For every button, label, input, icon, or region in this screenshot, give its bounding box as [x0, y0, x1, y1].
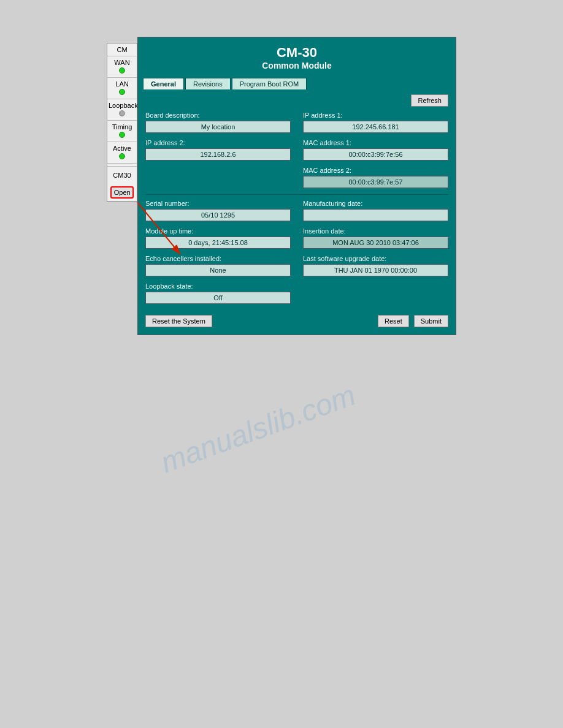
- sidebar-cm-label: CM: [117, 46, 127, 53]
- loopback-state-group: Loopback state:: [145, 282, 291, 304]
- main-panel: CM-30 Common Module General Revisions Pr…: [137, 37, 456, 335]
- last-software-upgrade-input[interactable]: [303, 264, 448, 276]
- sidebar-loopback-label: Loopback: [109, 102, 138, 109]
- insertion-date-input[interactable]: [303, 237, 448, 249]
- insertion-date-label: Insertion date:: [303, 227, 448, 235]
- reset-system-button[interactable]: Reset the System: [145, 315, 212, 327]
- mac-address-1-group: MAC address 1:: [303, 139, 448, 161]
- header: CM-30 Common Module: [138, 37, 456, 75]
- reset-button[interactable]: Reset: [378, 315, 409, 327]
- manufacturing-date-input[interactable]: [303, 209, 448, 221]
- submit-button[interactable]: Submit: [414, 315, 448, 327]
- ip-address-2-label: IP address 2:: [145, 139, 291, 146]
- board-description-group: Board description:: [145, 112, 291, 133]
- mac-address-1-label: MAC address 1:: [303, 139, 448, 146]
- sidebar-item-loopback[interactable]: Loopback: [107, 99, 137, 121]
- echo-cancellers-input[interactable]: [145, 264, 291, 276]
- last-software-upgrade-label: Last software upgrade date:: [303, 255, 448, 262]
- sidebar-item-cm[interactable]: CM: [107, 44, 137, 56]
- sidebar-item-active[interactable]: Active: [107, 142, 137, 164]
- serial-number-group: Serial number:: [145, 200, 291, 221]
- placeholder-group: [145, 167, 291, 188]
- form-row-2: IP address 2: MAC address 1:: [145, 139, 448, 161]
- echo-cancellers-group: Echo cancellers installed:: [145, 255, 291, 276]
- ip-address-2-input[interactable]: [145, 148, 291, 161]
- bottom-buttons: Reset the System Reset Submit: [145, 310, 448, 327]
- sidebar-lan-label: LAN: [115, 80, 128, 88]
- board-description-input[interactable]: [145, 121, 291, 133]
- form-row-3: MAC address 2:: [145, 167, 448, 188]
- active-status-dot: [119, 153, 125, 159]
- mac-address-1-input[interactable]: [303, 148, 448, 161]
- sidebar-item-timing[interactable]: Timing: [107, 121, 137, 142]
- module-up-time-label: Module up time:: [145, 227, 291, 235]
- form-row-4: Serial number: Manufacturing date:: [145, 200, 448, 221]
- insertion-date-group: Insertion date:: [303, 227, 448, 249]
- mac-address-2-input[interactable]: [303, 176, 448, 188]
- module-up-time-group: Module up time:: [145, 227, 291, 249]
- sidebar-wan-label: WAN: [114, 59, 129, 66]
- refresh-button[interactable]: Refresh: [411, 94, 448, 107]
- tab-bar: General Revisions Program Boot ROM: [138, 75, 456, 89]
- sidebar-timing-label: Timing: [112, 123, 132, 131]
- lan-status-dot: [119, 89, 125, 95]
- manufacturing-date-group: Manufacturing date:: [303, 200, 448, 221]
- placeholder-group-2: [303, 282, 448, 304]
- content-area: Refresh Board description: IP address 1:…: [138, 89, 456, 335]
- loopback-state-input[interactable]: [145, 292, 291, 304]
- ip-address-1-label: IP address 1:: [303, 112, 448, 119]
- module-up-time-input[interactable]: [145, 237, 291, 249]
- loopback-status-dot: [119, 110, 125, 116]
- ip-address-1-group: IP address 1:: [303, 112, 448, 133]
- tab-program-boot-rom[interactable]: Program Boot ROM: [232, 78, 307, 89]
- timing-status-dot: [119, 132, 125, 138]
- sidebar-item-lan[interactable]: LAN: [107, 78, 137, 99]
- right-buttons: Reset Submit: [378, 315, 448, 327]
- form-row-6: Echo cancellers installed: Last software…: [145, 255, 448, 276]
- sidebar-item-cm30: CM30: [107, 166, 137, 184]
- serial-number-label: Serial number:: [145, 200, 291, 207]
- sidebar-item-wan[interactable]: WAN: [107, 56, 137, 78]
- section-divider-1: [145, 194, 448, 195]
- mac-address-2-label: MAC address 2:: [303, 167, 448, 174]
- manufacturing-date-label: Manufacturing date:: [303, 200, 448, 207]
- tab-general[interactable]: General: [143, 78, 184, 89]
- page-title: CM-30: [138, 45, 456, 61]
- tab-revisions[interactable]: Revisions: [185, 78, 231, 89]
- watermark: manualslib.com: [156, 378, 360, 480]
- serial-number-input[interactable]: [145, 209, 291, 221]
- echo-cancellers-label: Echo cancellers installed:: [145, 255, 291, 262]
- open-button[interactable]: Open: [110, 186, 134, 199]
- sidebar-active-label: Active: [113, 145, 131, 152]
- form-row-1: Board description: IP address 1:: [145, 112, 448, 133]
- loopback-state-label: Loopback state:: [145, 282, 291, 290]
- sidebar: CM WAN LAN Loopback Timing Active CM30 O…: [107, 43, 137, 202]
- page-subtitle: Common Module: [138, 61, 456, 70]
- mac-address-2-group: MAC address 2:: [303, 167, 448, 188]
- ip-address-1-input[interactable]: [303, 121, 448, 133]
- wan-status-dot: [119, 67, 125, 74]
- sidebar-cm30-label: CM30: [113, 172, 131, 179]
- form-row-5: Module up time: Insertion date:: [145, 227, 448, 249]
- last-software-upgrade-group: Last software upgrade date:: [303, 255, 448, 276]
- refresh-bar: Refresh: [145, 94, 448, 107]
- form-row-7: Loopback state:: [145, 282, 448, 304]
- board-description-label: Board description:: [145, 112, 291, 119]
- ip-address-2-group: IP address 2:: [145, 139, 291, 161]
